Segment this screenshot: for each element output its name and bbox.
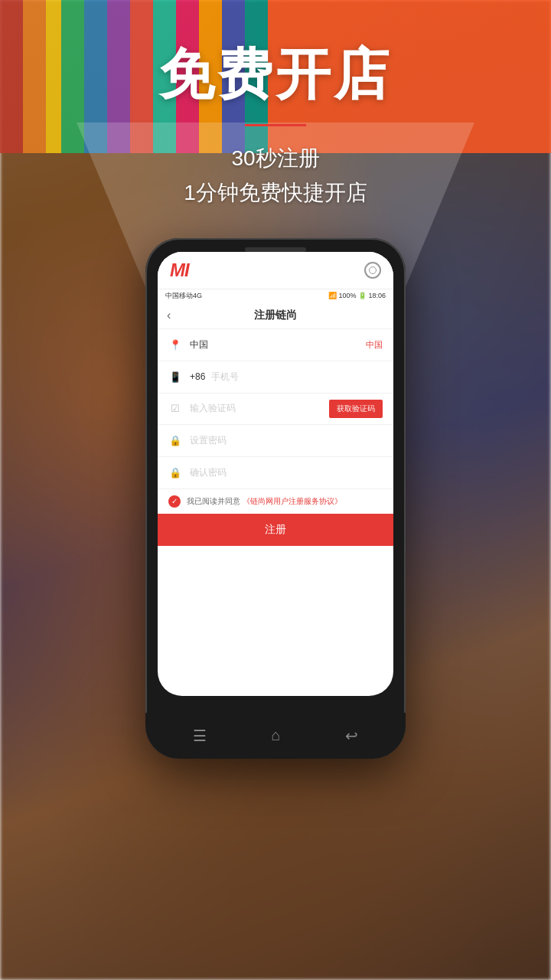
menu-nav-icon[interactable]: ☰ <box>193 727 207 745</box>
wifi-signal: 📶 <box>328 292 339 299</box>
phone-mockup: MI 中国移动4G 📶 100% 🔋 18:06 ‹ 注 <box>145 238 406 759</box>
status-right: 📶 100% 🔋 18:06 <box>328 292 386 299</box>
location-icon: 📍 <box>168 338 182 351</box>
registration-form: 📍 中国 中国 📱 +86 手机号 ☑ 输入验证码 获取验证码 <box>158 329 393 546</box>
agreement-row[interactable]: 我已阅读并同意 《链尚网用户注册服务协议》 <box>158 489 393 514</box>
subtitle-line1: 30秒注册 <box>231 146 319 170</box>
phone-prefix: +86 <box>190 371 205 382</box>
confirm-password-icon: 🔒 <box>168 466 182 479</box>
phone-sensor-bar <box>245 247 306 252</box>
country-row[interactable]: 📍 中国 中国 <box>158 329 393 361</box>
phone-screen: MI 中国移动4G 📶 100% 🔋 18:06 ‹ 注 <box>158 252 393 696</box>
phone-input[interactable]: 手机号 <box>211 371 383 384</box>
status-bar: 中国移动4G 📶 100% 🔋 18:06 <box>158 289 393 302</box>
main-content: 免费开店 30秒注册 1分钟免费快捷开店 MI 中国移动4G 📶 100% <box>0 0 551 980</box>
password-icon: 🔒 <box>168 433 182 447</box>
phone-icon: 📱 <box>168 370 182 384</box>
page-title: 免费开店 <box>159 38 392 112</box>
confirm-password-row[interactable]: 🔒 确认密码 <box>158 457 393 489</box>
get-verify-code-button[interactable]: 获取验证码 <box>329 400 383 418</box>
subtitle-line2: 1分钟免费快捷开店 <box>184 181 367 204</box>
password-row[interactable]: 🔒 设置密码 <box>158 425 393 457</box>
mi-logo: MI <box>170 260 189 281</box>
verify-input[interactable]: 输入验证码 <box>190 402 329 415</box>
phone-shell: MI 中国移动4G 📶 100% 🔋 18:06 ‹ 注 <box>145 238 406 759</box>
home-nav-icon[interactable]: ⌂ <box>271 727 280 744</box>
mi-header: MI <box>158 252 393 289</box>
agreement-text: 我已阅读并同意 《链尚网用户注册服务协议》 <box>187 496 342 507</box>
subtitle: 30秒注册 1分钟免费快捷开店 <box>184 142 367 211</box>
verify-icon: ☑ <box>168 402 182 416</box>
agreement-checkbox[interactable] <box>168 495 181 508</box>
country-badge: 中国 <box>366 339 383 351</box>
confirm-password-input[interactable]: 确认密码 <box>190 466 383 479</box>
agreement-prefix: 我已阅读并同意 <box>187 497 240 505</box>
phone-navigation: ☰ ⌂ ↩ <box>145 713 406 759</box>
battery-icon: 🔋 <box>358 292 369 299</box>
time: 18:06 <box>368 292 386 299</box>
password-input[interactable]: 设置密码 <box>190 434 383 447</box>
country-value: 中国 <box>190 338 366 351</box>
carrier: 中国移动4G <box>165 291 202 301</box>
register-button[interactable]: 注册 <box>158 514 393 546</box>
app-title: 注册链尚 <box>254 309 297 322</box>
phone-row[interactable]: 📱 +86 手机号 <box>158 361 393 394</box>
battery: 100% <box>338 292 356 299</box>
back-nav-icon[interactable]: ↩ <box>345 727 358 745</box>
agreement-link[interactable]: 《链尚网用户注册服务协议》 <box>243 497 342 505</box>
verify-row: ☑ 输入验证码 获取验证码 <box>158 394 393 425</box>
app-header: ‹ 注册链尚 <box>158 302 393 329</box>
camera-icon <box>364 262 381 279</box>
title-divider <box>245 124 306 126</box>
back-button[interactable]: ‹ <box>167 309 171 322</box>
